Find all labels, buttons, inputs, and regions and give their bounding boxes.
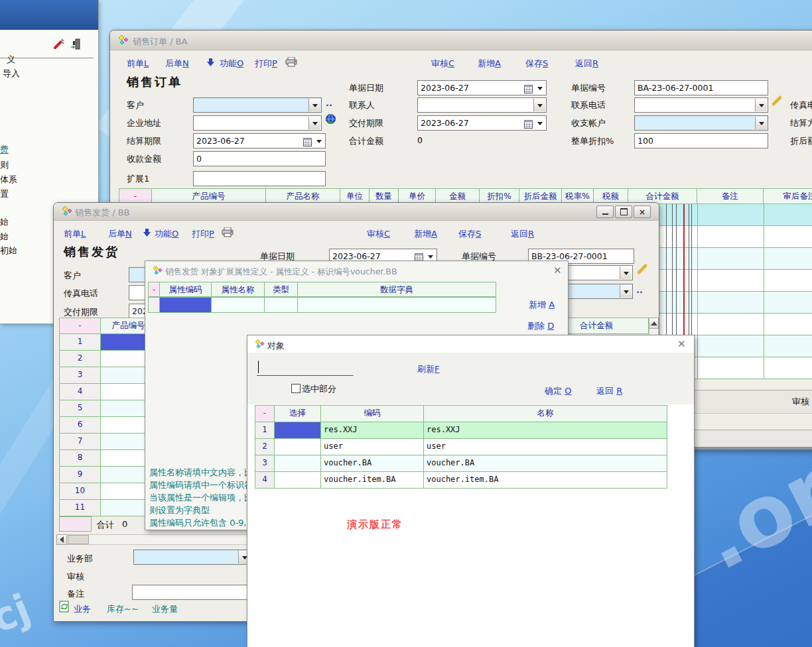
save-button[interactable]: 保存S — [525, 58, 548, 70]
settle-term-field[interactable]: 2023-06-27 — [193, 133, 326, 148]
table-row[interactable]: 2 — [59, 351, 157, 367]
address-field[interactable] — [193, 115, 322, 131]
code-cell[interactable]: res.XXJ — [321, 422, 424, 439]
row-number[interactable]: 8 — [59, 450, 101, 467]
sidebar-item[interactable]: 体系 — [0, 174, 17, 186]
sidebar-item[interactable]: 初始 — [0, 245, 17, 257]
next-doc-button[interactable]: 后单N — [165, 58, 189, 70]
table-row[interactable]: 5 — [59, 400, 157, 417]
row-index-cell[interactable] — [148, 297, 160, 313]
sidebar-item[interactable]: 则 — [0, 159, 9, 171]
col-header-note[interactable]: 备注 — [697, 188, 764, 204]
customer-field[interactable] — [193, 97, 322, 113]
dropdown-button[interactable] — [308, 99, 320, 111]
select-cell[interactable] — [275, 472, 321, 489]
dictionary-cell[interactable] — [298, 297, 496, 313]
audit-button[interactable]: 审核C — [367, 228, 390, 240]
name-cell[interactable]: res.XXJ — [424, 422, 667, 439]
dropdown-button[interactable] — [533, 99, 545, 111]
calendar-icon[interactable] — [524, 84, 533, 95]
select-cell[interactable] — [275, 439, 321, 455]
row-number[interactable]: 9 — [59, 467, 101, 483]
deliver-field[interactable]: 2023-06-27 — [417, 115, 547, 131]
account-ellipsis-button[interactable]: .. — [636, 285, 643, 295]
row-number[interactable]: 5 — [59, 400, 101, 417]
row-number[interactable]: 11 — [59, 500, 101, 516]
name-cell[interactable]: user — [424, 439, 667, 455]
col-header-select[interactable]: 选择 — [275, 405, 321, 422]
object-table-body[interactable]: 1res.XXJres.XXJ2useruser3voucher.BAvouch… — [255, 422, 667, 489]
row-number[interactable]: 2 — [59, 351, 101, 367]
scrollbar-thumb[interactable] — [68, 535, 89, 544]
phone-field[interactable] — [634, 97, 768, 113]
scroll-up-button[interactable] — [649, 318, 659, 329]
add-button[interactable]: 新增A — [414, 228, 437, 240]
selected-cell[interactable] — [160, 297, 212, 313]
col-header-name[interactable]: 名称 — [424, 405, 667, 422]
print-button[interactable]: 打印P — [255, 58, 277, 70]
function-arrow-icon[interactable] — [207, 58, 214, 69]
window-titlebar[interactable]: 销售订单 / BA — [110, 30, 812, 50]
close-icon[interactable]: ✕ — [677, 339, 686, 349]
dropdown-button[interactable] — [755, 117, 767, 129]
name-cell[interactable]: voucher.BA — [424, 455, 667, 472]
dropdown-button[interactable] — [313, 135, 324, 147]
back-button[interactable]: 返回 R — [596, 385, 622, 397]
sidebar-item[interactable]: 费 — [0, 144, 9, 156]
table-row[interactable]: 1 — [59, 334, 157, 351]
window-titlebar[interactable]: 销售发货 / BB × — [54, 203, 659, 221]
function-menu-button[interactable]: 功能O — [220, 58, 243, 70]
table-row[interactable]: 6 — [59, 417, 157, 434]
add-attr-button[interactable]: 新增 A — [529, 299, 555, 311]
printer-icon[interactable] — [285, 57, 297, 69]
exit-icon[interactable] — [70, 38, 81, 52]
function-menu-button[interactable]: 功能O — [155, 228, 178, 240]
dept-field[interactable] — [133, 550, 251, 565]
table-row[interactable]: 10 — [59, 483, 157, 500]
table-row[interactable]: 3 — [59, 367, 157, 384]
table-row[interactable]: 8 — [59, 450, 157, 467]
col-header-dictionary[interactable]: 数据字典 — [298, 282, 496, 297]
select-cell[interactable] — [275, 455, 321, 472]
row-number[interactable]: 4 — [255, 472, 275, 489]
ext1-field[interactable] — [193, 171, 326, 186]
discount-field[interactable]: 100 — [634, 133, 768, 148]
doc-date-field[interactable]: 2023-06-27 — [417, 80, 547, 95]
return-button[interactable]: 返回R — [511, 228, 534, 240]
contact-field[interactable] — [417, 97, 547, 113]
search-input[interactable] — [257, 359, 354, 376]
business-link[interactable]: 业务 — [74, 603, 91, 615]
ok-button[interactable]: 确定 O — [545, 385, 571, 397]
object-row[interactable]: 4voucher.item.BAvoucher.item.BA — [255, 472, 667, 489]
row-number[interactable]: 3 — [255, 455, 275, 472]
type-cell[interactable] — [265, 297, 298, 313]
name-cell[interactable]: voucher.item.BA — [424, 472, 667, 489]
object-row[interactable]: 2useruser — [255, 439, 667, 455]
row-number[interactable]: 4 — [59, 384, 101, 400]
printer-icon[interactable] — [222, 227, 234, 239]
code-cell[interactable]: voucher.BA — [321, 455, 424, 472]
customer-ellipsis-button[interactable]: .. — [326, 98, 332, 108]
dropdown-button[interactable] — [534, 82, 545, 94]
phone-icon[interactable] — [636, 263, 649, 278]
object-row[interactable]: 3voucher.BAvoucher.BA — [255, 455, 667, 472]
row-number[interactable]: 7 — [59, 434, 101, 450]
audit-button[interactable]: 审核C — [431, 58, 454, 70]
calendar-icon[interactable] — [524, 119, 533, 131]
table-row[interactable]: 9 — [59, 467, 157, 483]
dropdown-button[interactable] — [620, 285, 632, 298]
row-number[interactable]: 1 — [59, 334, 101, 351]
row-number[interactable]: 1 — [255, 422, 275, 439]
inventory-link[interactable]: 库存~~ — [107, 603, 139, 615]
business-volume-link[interactable]: 业务量 — [152, 603, 178, 615]
globe-icon[interactable] — [325, 113, 336, 127]
col-header-code[interactable]: 编码 — [321, 405, 424, 422]
table-row[interactable]: 7 — [59, 434, 157, 450]
row-number[interactable]: 3 — [59, 367, 101, 384]
attr-name-cell[interactable] — [212, 297, 265, 313]
delete-attr-button[interactable]: 删除 D — [527, 320, 554, 332]
sidebar-item[interactable]: 置 — [0, 188, 9, 200]
close-icon[interactable]: ✕ — [553, 266, 562, 276]
code-cell[interactable]: user — [321, 439, 424, 455]
row-number[interactable]: 6 — [59, 417, 101, 434]
